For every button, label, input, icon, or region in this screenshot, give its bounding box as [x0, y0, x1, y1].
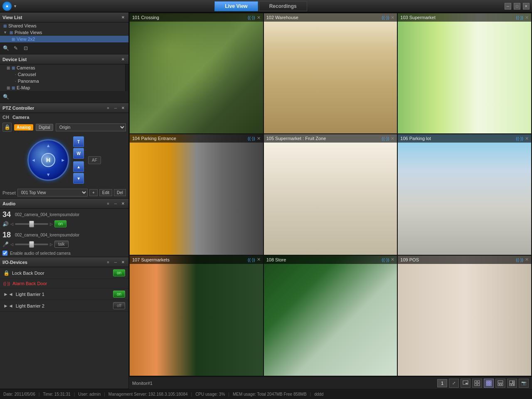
- camera-cell-107[interactable]: 107 Supermarkets ((·)) ✕: [130, 256, 263, 376]
- audio-talk-btn[interactable]: talk: [54, 241, 69, 248]
- ptz-digital-btn[interactable]: Digital: [36, 124, 53, 131]
- io-barrier2-off-btn[interactable]: off: [113, 302, 125, 309]
- ptz-zoom-tilt: T W ▲ ▼: [73, 136, 84, 184]
- camera-cell-109[interactable]: 109 POS ((·)) ✕: [398, 256, 531, 376]
- ptz-minimize-icon[interactable]: ─: [113, 105, 118, 111]
- search-icon[interactable]: 🔍: [2, 45, 9, 52]
- device-list-scrollbar[interactable]: [125, 64, 128, 91]
- layout-custom-btn[interactable]: [507, 379, 517, 388]
- camera-cell-108[interactable]: 108 Store ((·)) ✕: [264, 256, 397, 376]
- layout-icon[interactable]: ⊡: [22, 45, 29, 52]
- device-search-icon[interactable]: 🔍: [2, 94, 9, 100]
- svg-rect-20: [513, 381, 515, 382]
- audio-volume-slider[interactable]: [15, 223, 48, 225]
- device-item-carousel[interactable]: · Carousel: [0, 71, 125, 78]
- minimize-button[interactable]: ─: [505, 3, 511, 10]
- main-area: View List ✕ ⊞ Shared Views ▼ ⊞ Private V…: [0, 12, 532, 389]
- app-icon[interactable]: ●: [2, 2, 12, 11]
- io-minimize-icon[interactable]: ─: [113, 259, 118, 265]
- camera-cell-104[interactable]: 104 Parking Entrance ((·)) ✕: [130, 134, 263, 254]
- svg-rect-19: [510, 381, 512, 384]
- ptz-header: PTZ Controller ≡ ─ ✕: [0, 103, 128, 113]
- tab-live-view[interactable]: Live View: [214, 1, 258, 11]
- audio-channel-34: 34 002_camera_004_lorempsumdolor 🔊 ◁ ▷ o…: [0, 209, 128, 229]
- io-close-icon[interactable]: ✕: [120, 259, 126, 265]
- layout-3x3-btn[interactable]: [484, 379, 494, 388]
- preset-del-btn[interactable]: Del: [114, 189, 126, 196]
- maximize-button[interactable]: □: [514, 3, 520, 10]
- tree-item-view-2x2[interactable]: ⊞ View 2x2: [0, 36, 128, 42]
- cam106-label: 106 Parking lot ((·)) ✕: [398, 134, 531, 143]
- view-list-close-icon[interactable]: ✕: [120, 15, 126, 20]
- zoom-w-btn[interactable]: W: [73, 148, 84, 159]
- tree-expand-private: ▼: [3, 30, 7, 34]
- cam109-close[interactable]: ✕: [525, 257, 529, 262]
- io-barrier2-name: Light Barrier 2: [16, 303, 111, 308]
- camera-cell-106[interactable]: 106 Parking lot ((·)) ✕: [398, 134, 531, 254]
- ptz-camera-name: Camera: [12, 115, 29, 120]
- tree-item-shared-views[interactable]: ⊞ Shared Views: [0, 22, 128, 29]
- audio-close-icon[interactable]: ✕: [120, 201, 126, 207]
- cam104-signal-icon: ((·)): [248, 136, 255, 141]
- device-item-panorama[interactable]: · Panorama: [0, 78, 125, 84]
- device-list-close-icon[interactable]: ✕: [120, 57, 126, 62]
- monitor-label: Monitor#1: [132, 381, 153, 386]
- cam102-close[interactable]: ✕: [391, 15, 394, 20]
- close-button[interactable]: ✕: [523, 3, 530, 10]
- tilt-down-btn[interactable]: ▼: [73, 173, 84, 184]
- cam109-signal-icon: ((·)): [516, 257, 523, 262]
- cam106-close[interactable]: ✕: [525, 136, 529, 141]
- device-item-emap[interactable]: ⊞ ⊞ E-Map: [0, 84, 125, 91]
- cam101-name: 101 Crossing: [132, 15, 159, 20]
- cam103-name: 103 Supermarket: [400, 15, 435, 20]
- lock-icon: 🔒: [3, 270, 10, 276]
- tab-recordings[interactable]: Recordings: [259, 1, 307, 11]
- tree-item-private-views[interactable]: ▼ ⊞ Private Views: [0, 29, 128, 36]
- cam108-close[interactable]: ✕: [391, 257, 394, 262]
- cam104-close[interactable]: ✕: [257, 136, 261, 141]
- cam107-close[interactable]: ✕: [257, 257, 261, 262]
- tilt-up-btn[interactable]: ▲: [73, 161, 84, 172]
- enable-audio-checkbox[interactable]: [2, 251, 7, 256]
- screenshot-btn[interactable]: 📷: [519, 379, 529, 388]
- camera-cell-105[interactable]: 105 Supermarket : Fruit Zone ((·)) ✕: [264, 134, 397, 254]
- camera-cell-101[interactable]: 101 Crossing ((·)) ✕: [130, 13, 263, 133]
- mic-volume-slider[interactable]: [15, 244, 48, 245]
- ptz-joystick[interactable]: ▲ ▼ ◄ ► H: [27, 139, 69, 181]
- cameras-icon: ⊞: [12, 66, 15, 70]
- ptz-origin-select[interactable]: Origin: [56, 123, 126, 131]
- audio-minimize-icon[interactable]: ─: [113, 201, 118, 207]
- layout-2x2-btn[interactable]: [472, 379, 482, 388]
- ptz-analog-btn[interactable]: Analog: [14, 124, 33, 131]
- camera-cell-103[interactable]: 103 Supermarket ((·)) ✕: [398, 13, 531, 133]
- af-button[interactable]: AF: [88, 156, 101, 164]
- device-item-cameras[interactable]: ⊞ ⊞ Cameras: [0, 64, 125, 71]
- io-menu-icon[interactable]: ≡: [105, 259, 111, 265]
- camera-cell-102[interactable]: 102 Warehouse ((·)) ✕: [264, 13, 397, 133]
- cam105-close[interactable]: ✕: [391, 136, 394, 141]
- preset-add-btn[interactable]: +: [89, 189, 98, 196]
- io-barrier1-on-btn[interactable]: on: [113, 291, 125, 298]
- layout-multi-btn[interactable]: [495, 379, 505, 388]
- cam104-name: 104 Parking Entrance: [132, 136, 176, 141]
- audio-menu-icon[interactable]: ≡: [105, 201, 111, 207]
- cam103-close[interactable]: ✕: [525, 15, 529, 20]
- preset-edit-btn[interactable]: Edit: [99, 189, 112, 196]
- ptz-close-icon[interactable]: ✕: [120, 105, 126, 111]
- zoom-t-btn[interactable]: T: [73, 136, 84, 147]
- cam101-close[interactable]: ✕: [257, 15, 261, 20]
- audio-on-btn[interactable]: on: [54, 220, 66, 227]
- ptz-header-icons: ≡ ─ ✕: [105, 105, 126, 111]
- view-list-section: View List ✕ ⊞ Shared Views ▼ ⊞ Private V…: [0, 12, 128, 54]
- ptz-menu-icon[interactable]: ≡: [105, 105, 111, 111]
- ptz-lock-icon[interactable]: 🔒: [2, 123, 12, 132]
- joystick-center[interactable]: H: [41, 153, 55, 167]
- panorama-icon: ·: [15, 79, 16, 84]
- preset-select[interactable]: 001 Top View: [17, 189, 88, 197]
- edit-icon[interactable]: ✎: [12, 45, 19, 52]
- layout-pip-btn[interactable]: [461, 379, 470, 388]
- io-lock-on-btn[interactable]: on: [113, 269, 125, 276]
- fullscreen-btn[interactable]: ⤢: [449, 379, 459, 388]
- dropdown-arrow[interactable]: ▼: [13, 4, 17, 8]
- audio-ch34-num: 34: [2, 210, 12, 219]
